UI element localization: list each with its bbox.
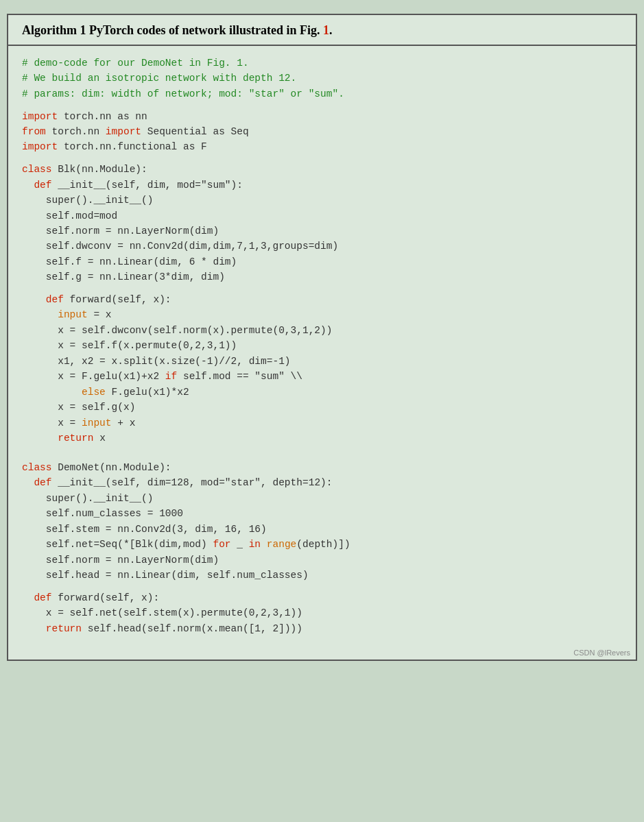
blk-init-def: def __init__(self, dim, mod="sum"): [22, 178, 622, 193]
blk-gelu-line: x = F.gelu(x1)+x2 if self.mod == "sum" \… [22, 369, 622, 384]
blk-f: self.f = nn.Linear(dim, 6 * dim) [22, 254, 622, 269]
algorithm-box: Algorithm 1 PyTorch codes of network ill… [7, 14, 637, 661]
demonet-head: self.head = nn.Linear(dim, self.num_clas… [22, 568, 622, 583]
code-body: # demo-code for our DemoNet in Fig. 1. #… [8, 46, 636, 646]
comment-line-2: # We build an isotropic network with dep… [22, 71, 622, 86]
blk-forward-def: def forward(self, x): [22, 292, 622, 307]
demonet-net: self.net=Seq(*[Blk(dim,mod) for _ in ran… [22, 537, 622, 552]
demonet-stem: self.stem = nn.Conv2d(3, dim, 16, 16) [22, 522, 622, 537]
demonet-class-def: class DemoNet(nn.Module): [22, 460, 622, 475]
import-line-3: import torch.nn.functional as F [22, 139, 622, 154]
algorithm-title: PyTorch codes of network illustrated in … [86, 23, 324, 37]
comment-line-1: # demo-code for our DemoNet in Fig. 1. [22, 56, 622, 71]
blk-class-def: class Blk(nn.Module): [22, 162, 622, 177]
algorithm-header: Algorithm 1 PyTorch codes of network ill… [8, 15, 636, 46]
fig-ref: 1 [323, 23, 329, 37]
algorithm-label: Algorithm 1 [22, 23, 86, 37]
blk-mod: self.mod=mod [22, 208, 622, 223]
demonet-super: super().__init__() [22, 491, 622, 506]
blk-dwconv: self.dwconv = nn.Conv2d(dim,dim,7,1,3,gr… [22, 239, 622, 254]
demonet-return: return self.head(self.norm(x.mean([1, 2]… [22, 621, 622, 636]
blk-input-add: x = input + x [22, 415, 622, 431]
title-suffix: . [329, 23, 333, 37]
import-line-2: from torch.nn import Sequential as Seq [22, 124, 622, 139]
blk-norm: self.norm = nn.LayerNorm(dim) [22, 223, 622, 239]
blk-split-line: x1, x2 = x.split(x.size(-1)//2, dim=-1) [22, 354, 622, 369]
comment-line-3: # params: dim: width of network; mod: "s… [22, 86, 622, 101]
blk-super: super().__init__() [22, 193, 622, 208]
blk-g: self.g = nn.Linear(3*dim, dim) [22, 269, 622, 285]
blk-dwconv-line: x = self.dwconv(self.norm(x).permute(0,3… [22, 323, 622, 338]
import-line-1: import torch.nn as nn [22, 109, 622, 124]
demonet-norm: self.norm = nn.LayerNorm(dim) [22, 553, 622, 568]
demonet-num-classes: self.num_classes = 1000 [22, 506, 622, 521]
blk-else-line: else F.gelu(x1)*x2 [22, 385, 622, 400]
blk-return: return x [22, 431, 622, 446]
blk-input-line: input = x [22, 307, 622, 322]
watermark: CSDN @lRevers [8, 646, 636, 660]
demonet-forward-def: def forward(self, x): [22, 590, 622, 605]
blk-g-line: x = self.g(x) [22, 400, 622, 415]
demonet-net-line: x = self.net(self.stem(x).permute(0,2,3,… [22, 605, 622, 620]
blk-f-line: x = self.f(x.permute(0,2,3,1)) [22, 338, 622, 353]
demonet-init-def: def __init__(self, dim=128, mod="star", … [22, 475, 622, 490]
